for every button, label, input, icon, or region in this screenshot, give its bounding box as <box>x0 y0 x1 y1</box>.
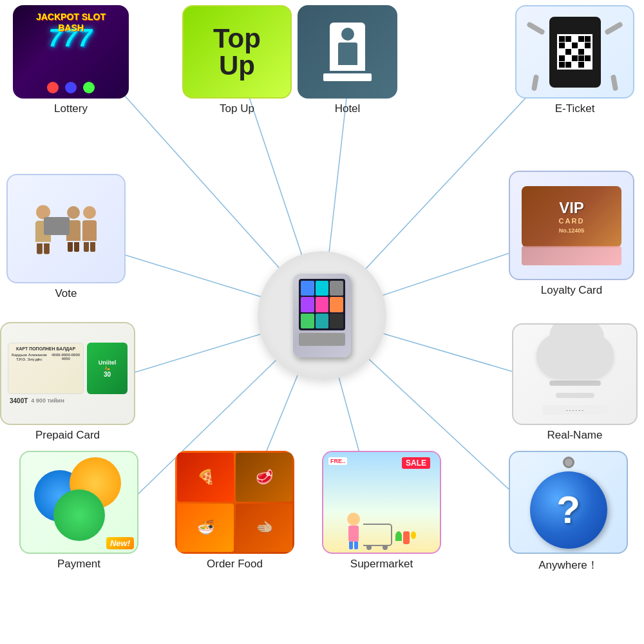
vip-sublabel: CARD <box>531 217 612 225</box>
new-badge: New! <box>106 537 134 549</box>
device-printer <box>299 333 345 346</box>
qr-code <box>557 34 592 70</box>
topup-item[interactable]: TopUp Top Up <box>182 5 292 115</box>
food-collage: 🍕 🥩 🍜 🫲🏼 <box>175 451 294 554</box>
prepaid-label: Prepaid Card <box>35 429 100 442</box>
payment-item[interactable]: New! Payment <box>19 451 138 571</box>
orderfood-item[interactable]: 🍕 🥩 🍜 🫲🏼 Order Food <box>175 451 294 571</box>
pay-circle-green <box>53 489 105 541</box>
food-item-4: 🫲🏼 <box>236 504 292 553</box>
food-item-3: 🍜 <box>177 504 234 553</box>
anywhere-item[interactable]: ? Anywhere！ <box>509 451 628 573</box>
question-ball: ? <box>530 471 607 549</box>
hotel-label: Hotel <box>335 102 361 115</box>
orderfood-label: Order Food <box>207 558 263 571</box>
vip-label: VIP <box>531 199 612 217</box>
realname-item[interactable]: - - - - - - Real-Name <box>512 323 638 442</box>
payment-image: New! <box>19 451 138 554</box>
loyalty-image: VIP CARD No.12405 <box>509 171 634 280</box>
vote-item[interactable]: Vote <box>6 174 126 300</box>
anywhere-image: ? <box>509 451 628 554</box>
realname-label: Real-Name <box>547 429 603 442</box>
hotel-image <box>298 5 397 99</box>
eticket-item[interactable]: E-Ticket <box>515 5 634 115</box>
lottery-image: JACKPOT SLOTBASH 777 <box>13 5 129 99</box>
vip-card: VIP CARD No.12405 <box>522 186 621 247</box>
eticket-image <box>515 5 634 99</box>
supermarket-image: SALE <box>322 451 441 554</box>
prepaid-image: КАРТ ПОПОЛНЕН БАЛДАР Кардым АликановТ.Р.… <box>0 322 135 425</box>
food-item-2: 🥩 <box>236 453 292 502</box>
topup-label: Top Up <box>220 102 254 115</box>
hotel-item[interactable]: Hotel <box>298 5 397 115</box>
eticket-label: E-Ticket <box>555 102 595 115</box>
question-mark: ? <box>556 488 580 532</box>
device-screen <box>299 279 345 330</box>
food-item-1: 🍕 <box>177 453 234 502</box>
vote-figures <box>36 206 97 252</box>
cloud-shape <box>536 334 614 379</box>
realname-image: - - - - - - <box>512 323 638 425</box>
payment-label: Payment <box>57 558 100 571</box>
topup-inner-text: TopUp <box>213 25 261 79</box>
realname-cloud: - - - - - - <box>536 334 614 415</box>
device-body <box>293 274 351 357</box>
prepaid-item[interactable]: КАРТ ПОПОЛНЕН БАЛДАР Кардым АликановТ.Р.… <box>0 322 135 442</box>
topup-image: TopUp <box>182 5 292 99</box>
sale-badge: SALE <box>402 457 430 469</box>
diagram-container: JACKPOT SLOTBASH 777 Lottery TopUp Top U… <box>0 0 644 644</box>
orderfood-image: 🍕 🥩 🍜 🫲🏼 <box>175 451 294 554</box>
lottery-item[interactable]: JACKPOT SLOTBASH 777 Lottery <box>13 5 129 115</box>
center-device <box>258 251 386 380</box>
vip-number: No.12405 <box>531 227 612 234</box>
lottery-label: Lottery <box>54 102 88 115</box>
vote-label: Vote <box>55 287 77 300</box>
loyalty-label: Loyalty Card <box>541 284 602 297</box>
loyalty-item[interactable]: VIP CARD No.12405 Loyalty Card <box>509 171 634 297</box>
qr-phone <box>549 17 601 88</box>
lottery-title: JACKPOT SLOTBASH <box>13 12 129 33</box>
phone-card: Uniitel 🛵 30 <box>87 343 128 394</box>
supermarket-item[interactable]: SALE <box>322 451 441 571</box>
anywhere-label: Anywhere！ <box>538 558 598 573</box>
vote-image <box>6 174 126 283</box>
supermarket-scene: SALE <box>323 452 440 553</box>
supermarket-label: Supermarket <box>350 558 413 571</box>
payment-circles <box>34 457 124 547</box>
